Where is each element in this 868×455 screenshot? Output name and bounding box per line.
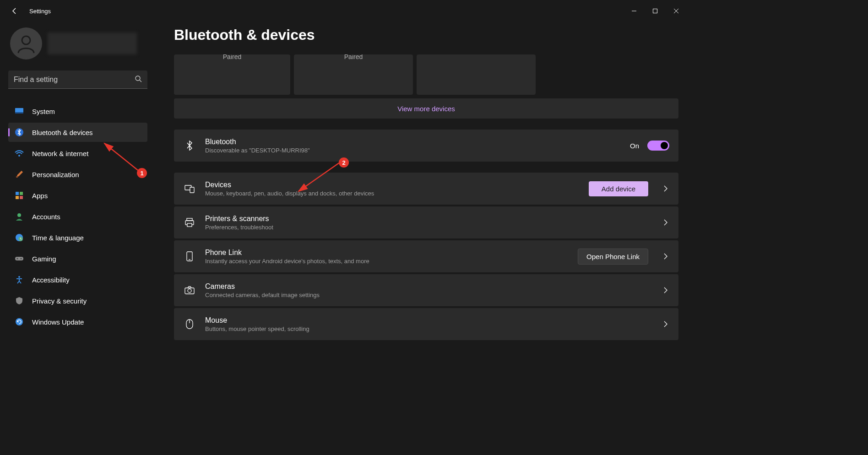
titlebar: Settings bbox=[0, 0, 692, 22]
device-card[interactable] bbox=[417, 54, 536, 95]
nav-network[interactable]: Network & internet bbox=[8, 144, 147, 163]
system-icon bbox=[15, 107, 24, 116]
row-devices[interactable]: Devices Mouse, keyboard, pen, audio, dis… bbox=[174, 173, 678, 205]
nav-gaming[interactable]: Gaming bbox=[8, 249, 147, 268]
app-title: Settings bbox=[29, 8, 51, 15]
device-cards: Paired Paired bbox=[174, 54, 678, 95]
device-card[interactable]: Paired bbox=[294, 54, 413, 95]
row-title: Bluetooth bbox=[205, 138, 630, 146]
nav-label: Bluetooth & devices bbox=[32, 129, 93, 136]
phone-icon bbox=[183, 251, 196, 261]
close-icon bbox=[673, 8, 679, 14]
row-title: Cameras bbox=[205, 282, 656, 291]
paired-label: Paired bbox=[223, 54, 241, 60]
close-button[interactable] bbox=[666, 2, 687, 20]
nav-list: System Bluetooth & devices Network & int… bbox=[8, 102, 147, 331]
add-device-button[interactable]: Add device bbox=[589, 181, 648, 196]
svg-rect-23 bbox=[190, 187, 194, 193]
row-title: Printers & scanners bbox=[205, 215, 656, 223]
row-bluetooth[interactable]: Bluetooth Discoverable as "DESKTOP-MURRI… bbox=[174, 130, 678, 162]
row-printers[interactable]: Printers & scanners Preferences, trouble… bbox=[174, 206, 678, 238]
nav-label: Privacy & security bbox=[32, 297, 87, 305]
wifi-icon bbox=[15, 149, 24, 158]
nav-time-language[interactable]: Time & language bbox=[8, 228, 147, 247]
account-name-blurred bbox=[48, 32, 137, 54]
nav-label: Personalization bbox=[32, 171, 79, 179]
device-card[interactable]: Paired bbox=[174, 54, 290, 95]
svg-rect-12 bbox=[16, 196, 19, 199]
svg-point-14 bbox=[17, 213, 21, 217]
row-subtitle: Instantly access your Android device's p… bbox=[205, 258, 578, 265]
view-more-devices[interactable]: View more devices bbox=[174, 98, 678, 119]
svg-point-8 bbox=[18, 155, 20, 157]
row-subtitle: Connected cameras, default image setting… bbox=[205, 292, 656, 298]
main-content: Bluetooth & devices Paired Paired View m… bbox=[156, 22, 692, 363]
chevron-right-icon bbox=[662, 287, 669, 293]
nav-windows-update[interactable]: Windows Update bbox=[8, 312, 147, 331]
svg-rect-1 bbox=[653, 9, 657, 13]
devices-row-icon bbox=[183, 184, 196, 193]
svg-line-4 bbox=[140, 80, 141, 82]
row-subtitle: Preferences, troubleshoot bbox=[205, 224, 656, 231]
window-controls bbox=[624, 2, 687, 20]
toggle-label: On bbox=[630, 142, 639, 150]
update-icon bbox=[15, 317, 24, 326]
svg-rect-11 bbox=[20, 192, 23, 195]
svg-rect-10 bbox=[16, 192, 19, 195]
nav-personalization[interactable]: Personalization bbox=[8, 165, 147, 184]
row-subtitle: Mouse, keyboard, pen, audio, displays an… bbox=[205, 190, 589, 197]
row-mouse[interactable]: Mouse Buttons, mouse pointer speed, scro… bbox=[174, 308, 678, 340]
page-title: Bluetooth & devices bbox=[174, 27, 678, 43]
open-phone-link-button[interactable]: Open Phone Link bbox=[578, 249, 648, 265]
back-button[interactable] bbox=[5, 2, 24, 20]
account-header[interactable] bbox=[10, 27, 147, 60]
search-input[interactable] bbox=[8, 70, 147, 89]
nav-privacy-security[interactable]: Privacy & security bbox=[8, 291, 147, 310]
nav-label: Time & language bbox=[32, 234, 84, 242]
nav-label: Apps bbox=[32, 192, 48, 200]
shield-icon bbox=[15, 296, 24, 305]
minimize-button[interactable] bbox=[624, 2, 645, 20]
row-cameras[interactable]: Cameras Connected cameras, default image… bbox=[174, 274, 678, 306]
nav-label: Accounts bbox=[32, 213, 60, 221]
row-phone-link[interactable]: Phone Link Instantly access your Android… bbox=[174, 240, 678, 272]
row-subtitle: Buttons, mouse pointer speed, scrolling bbox=[205, 325, 656, 332]
gamepad-icon bbox=[15, 254, 24, 263]
svg-rect-24 bbox=[187, 218, 192, 221]
mouse-icon bbox=[183, 319, 196, 329]
accounts-icon bbox=[15, 212, 24, 221]
nav-label: Network & internet bbox=[32, 150, 88, 157]
svg-rect-13 bbox=[20, 196, 23, 199]
svg-point-19 bbox=[21, 258, 22, 260]
svg-point-18 bbox=[17, 258, 18, 260]
maximize-icon bbox=[652, 8, 658, 14]
printer-icon bbox=[183, 218, 196, 227]
nav-bluetooth-devices[interactable]: Bluetooth & devices bbox=[8, 123, 147, 142]
clock-globe-icon bbox=[15, 233, 24, 242]
svg-rect-26 bbox=[187, 223, 192, 227]
row-title: Mouse bbox=[205, 316, 656, 325]
nav-accessibility[interactable]: Accessibility bbox=[8, 270, 147, 289]
nav-system[interactable]: System bbox=[8, 102, 147, 121]
row-subtitle: Discoverable as "DESKTOP-MURRI98" bbox=[205, 147, 630, 154]
svg-rect-9 bbox=[16, 176, 18, 178]
chevron-right-icon bbox=[662, 321, 669, 327]
svg-rect-17 bbox=[15, 257, 23, 260]
avatar bbox=[10, 27, 42, 60]
bluetooth-toggle[interactable] bbox=[647, 141, 669, 151]
nav-accounts[interactable]: Accounts bbox=[8, 207, 147, 226]
arrow-left-icon bbox=[11, 7, 18, 15]
nav-apps[interactable]: Apps bbox=[8, 186, 147, 205]
search-box[interactable] bbox=[8, 70, 147, 89]
svg-rect-6 bbox=[15, 112, 23, 114]
accessibility-icon bbox=[15, 275, 24, 284]
person-icon bbox=[16, 33, 37, 54]
row-title: Devices bbox=[205, 181, 589, 189]
view-more-label: View more devices bbox=[397, 105, 455, 113]
paired-label: Paired bbox=[344, 54, 363, 60]
minimize-icon bbox=[631, 8, 637, 14]
maximize-button[interactable] bbox=[645, 2, 666, 20]
sidebar: System Bluetooth & devices Network & int… bbox=[0, 22, 156, 363]
svg-point-21 bbox=[16, 318, 23, 325]
chevron-right-icon bbox=[662, 185, 669, 192]
